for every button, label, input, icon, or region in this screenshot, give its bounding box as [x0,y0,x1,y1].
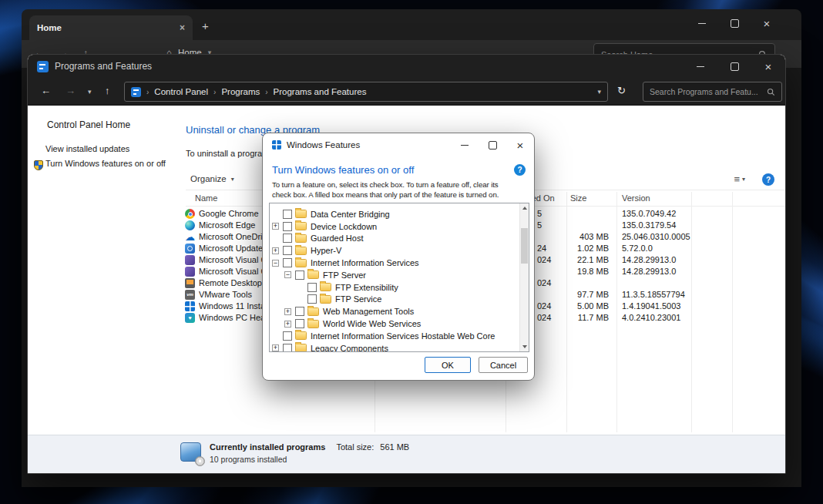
program-installed-on: 024 [537,301,551,311]
control-panel-icon [131,87,141,97]
feature-label: Guarded Host [311,234,363,243]
breadcrumb-separator-icon: › [146,88,149,96]
search-icon [767,88,775,96]
ok-button[interactable]: OK [425,357,471,373]
collapse-icon[interactable] [272,260,279,267]
minimize-button[interactable] [451,133,479,156]
expand-icon[interactable] [272,223,279,230]
feature-checkbox[interactable] [283,210,292,219]
folder-icon [320,283,331,291]
feature-checkbox[interactable] [295,307,304,316]
maximize-button[interactable] [479,133,506,156]
maximize-button[interactable] [718,12,751,34]
feature-checkbox[interactable] [283,234,292,243]
installed-count: 10 programs installed [210,455,287,464]
sidebar-turn-windows-features[interactable]: Turn Windows features on or off [45,159,170,169]
column-header-size[interactable]: Size [570,193,586,203]
expand-icon[interactable] [284,308,291,315]
help-button[interactable] [762,173,774,186]
refresh-button[interactable] [617,85,626,96]
feature-checkbox[interactable] [295,270,304,280]
features-tree-box: Data Center BridgingDevice LockdownGuard… [269,203,529,352]
folder-icon [320,295,331,304]
program-size: 11.7 MB [561,313,609,322]
feature-checkbox[interactable] [283,222,292,231]
uac-shield-icon [34,160,43,170]
feature-row[interactable]: FTP Extensibility [270,281,519,294]
sidebar-control-panel-home[interactable]: Control Panel Home [47,119,130,130]
folder-icon [307,307,319,316]
feature-row[interactable]: FTP Server [270,269,519,281]
program-version: 4.0.2410.23001 [622,313,680,322]
dialog-help-button[interactable] [514,164,526,176]
scrollbar-thumb[interactable] [521,228,528,264]
forward-button[interactable] [66,85,76,96]
up-button[interactable] [105,85,110,96]
close-button[interactable] [751,55,785,78]
program-version: 14.28.29913.0 [622,255,676,264]
scroll-up-button[interactable] [522,207,527,210]
collapse-icon[interactable] [284,271,291,278]
breadcrumb-item[interactable]: Programs and Features [274,87,367,96]
recent-locations-button[interactable] [88,88,92,96]
feature-label: World Wide Web Services [323,319,421,328]
address-dropdown-icon[interactable] [597,88,601,96]
total-size-value: 561 MB [380,442,409,452]
feature-row[interactable]: Internet Information Services Hostable W… [270,330,519,342]
view-options-button[interactable] [734,173,745,185]
minimize-button[interactable] [686,12,718,34]
organize-button[interactable]: Organize [190,174,234,183]
pchealth-icon [185,313,195,323]
column-header-version[interactable]: Version [622,193,650,203]
tab-label: Home [37,23,62,32]
breadcrumb-item[interactable]: Control Panel [154,87,208,96]
close-button[interactable] [751,12,783,34]
chevron-down-icon [231,176,234,183]
close-button[interactable] [506,133,534,156]
scrollbar[interactable] [519,203,529,351]
feature-row[interactable]: Web Management Tools [270,305,519,318]
new-tab-button[interactable] [202,19,209,32]
breadcrumb-item[interactable]: Programs [221,87,260,96]
program-installed-on: 024 [537,255,551,264]
feature-label: Device Lockdown [311,222,377,231]
tab-close-icon[interactable] [180,23,185,32]
feature-row[interactable]: World Wide Web Services [270,318,519,330]
expand-icon[interactable] [272,344,279,351]
feature-checkbox[interactable] [307,294,317,304]
minimize-button[interactable] [684,55,717,78]
feature-label: FTP Service [335,294,381,304]
feature-checkbox[interactable] [283,246,292,255]
vmware-icon [185,290,195,300]
organize-label: Organize [190,174,227,183]
cancel-button[interactable]: Cancel [479,357,528,373]
scroll-down-button[interactable] [522,345,527,348]
feature-row[interactable]: Legacy Components [270,342,519,352]
folder-icon [307,270,319,279]
features-tree: Data Center BridgingDevice LockdownGuard… [270,208,519,352]
feature-checkbox[interactable] [283,344,292,352]
search-input[interactable] [650,87,767,96]
maximize-button[interactable] [717,55,751,78]
feature-checkbox[interactable] [307,283,317,292]
expand-icon[interactable] [272,247,279,254]
description-line: check box. A filled box means that only … [272,190,534,200]
dialog-title: Windows Features [287,140,360,150]
feature-row[interactable]: Guarded Host [270,233,519,245]
back-button[interactable] [41,85,51,96]
feature-checkbox[interactable] [295,319,304,328]
address-bar[interactable]: ›Control Panel›Programs›Programs and Fea… [124,82,608,102]
desktop: Home Home [0,0,823,504]
feature-row[interactable]: Internet Information Services [270,257,519,269]
expand-icon[interactable] [284,321,291,328]
tab-home[interactable]: Home [29,15,193,40]
feature-row[interactable]: Device Lockdown [270,220,519,233]
feature-checkbox[interactable] [283,331,292,341]
feature-row[interactable]: FTP Service [270,294,519,306]
feature-row[interactable]: Data Center Bridging [270,208,519,220]
breadcrumb-separator-icon: › [265,88,267,96]
sidebar-view-installed-updates[interactable]: View installed updates [45,144,129,153]
column-header-name[interactable]: Name [195,193,217,203]
feature-row[interactable]: Hyper-V [270,244,519,257]
feature-checkbox[interactable] [283,258,292,267]
